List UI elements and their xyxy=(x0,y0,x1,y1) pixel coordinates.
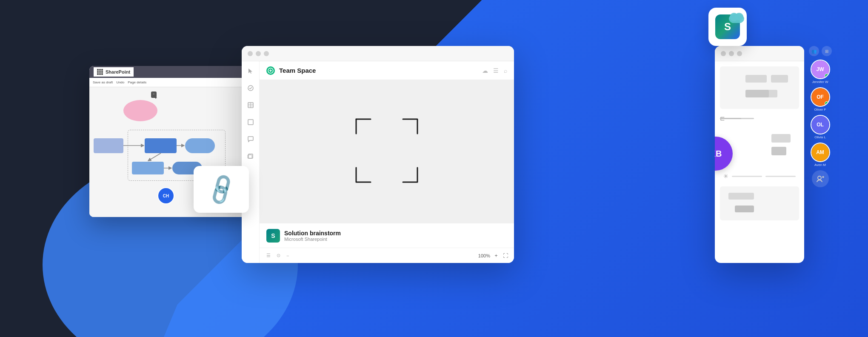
mw-header-icons: ☁ ☰ ⌕ xyxy=(482,67,507,74)
user-avatar-jennifer[interactable]: JW xyxy=(811,60,830,79)
mw-card-sp-icon: S xyxy=(266,229,280,243)
menu-icon[interactable]: ☰ xyxy=(493,67,499,74)
rp-diagram-top xyxy=(720,66,799,109)
main-window: Team Space ☁ ☰ ⌕ xyxy=(242,46,514,263)
check-icon[interactable] xyxy=(246,83,255,93)
user-name-olivia: Olivia L xyxy=(814,135,826,139)
layers-icon[interactable] xyxy=(246,151,255,161)
users-icon[interactable]: 👥 xyxy=(809,46,819,56)
mw-canvas-main xyxy=(260,80,514,223)
rp-connector-row: ⊏ xyxy=(720,113,799,123)
fc-blue-rect1 xyxy=(145,138,177,153)
user-name-jennifer: Jennifer W xyxy=(812,80,828,84)
rp-dot3 xyxy=(737,51,742,56)
user-avatar-oliver[interactable]: OF xyxy=(811,87,830,107)
chat-icon[interactable] xyxy=(246,134,255,144)
online-dot-oliver xyxy=(825,101,829,106)
rp-star-line1 xyxy=(732,176,762,177)
user-item-aven: AM Aven M xyxy=(811,143,830,167)
link-icon: 🔗 xyxy=(203,171,240,207)
sp-logo-area: SharePoint xyxy=(94,67,134,77)
rp-block4 xyxy=(745,90,769,97)
mw-sidebar xyxy=(242,61,260,263)
rp-dot1 xyxy=(721,51,726,56)
expand-arrow-tl xyxy=(353,116,374,139)
sp-toolbar-page[interactable]: Page details xyxy=(128,80,146,84)
mw-header-title: Team Space xyxy=(279,67,316,74)
plus-button[interactable]: + xyxy=(493,252,500,259)
expand-arrow-br xyxy=(400,164,421,187)
rp-kb-section: KB xyxy=(720,128,799,166)
table-icon[interactable] xyxy=(246,100,255,110)
sp-logo-text: SharePoint xyxy=(106,69,130,74)
fc-comment: " xyxy=(151,91,157,98)
sp-toolbar-save[interactable]: Save as draft xyxy=(93,80,113,84)
rp-block1 xyxy=(745,75,767,83)
online-dot-jennifer xyxy=(825,74,829,78)
user-avatar-olivia[interactable]: OL xyxy=(811,115,830,134)
user-item-jennifer: JW Jennifer W xyxy=(811,60,830,84)
sharepoint-floating-icon: S xyxy=(708,8,747,46)
svg-rect-9 xyxy=(248,120,253,125)
person-icon[interactable]: ⊙ xyxy=(275,252,282,259)
rp-titlebar xyxy=(715,46,804,61)
rp-dot2 xyxy=(729,51,734,56)
mw-card-info: Solution brainstorm Microsoft Sharepoint xyxy=(284,230,341,242)
apps-icon[interactable]: ⊞ xyxy=(822,46,832,56)
search-icon[interactable]: ⌕ xyxy=(504,67,507,74)
sp-toolbar: Save as draft Undo Page details xyxy=(89,78,264,87)
rp-diagram-bottom xyxy=(720,186,799,220)
rp-block6 xyxy=(771,147,786,155)
user-avatar-aven[interactable]: AM xyxy=(811,143,830,162)
minus-button[interactable]: − xyxy=(285,252,291,259)
user-list: 👥 ⊞ JW Jennifer W OF Oliver F OL Olivia … xyxy=(800,46,840,187)
mw-body: Team Space ☁ ☰ ⌕ xyxy=(242,61,514,263)
expand-arrow-bl xyxy=(353,164,374,187)
link-card: 🔗 xyxy=(194,166,249,213)
zoom-percent: 100% xyxy=(478,253,490,258)
star-icon: ✳ xyxy=(723,173,728,180)
cloud-icon[interactable]: ☁ xyxy=(482,67,488,74)
svg-point-19 xyxy=(735,13,743,20)
add-user-button[interactable] xyxy=(812,170,829,187)
rp-body: ⊏ KB ✳ xyxy=(715,61,804,226)
mw-card-subtitle: Microsoft Sharepoint xyxy=(284,237,341,242)
user-item-olivia: OL Olivia L xyxy=(811,115,830,139)
user-avatar-placeholder-aven: AM xyxy=(811,143,829,161)
user-avatar-placeholder-olivia: OL xyxy=(811,116,829,134)
mw-card-title: Solution brainstorm xyxy=(284,230,341,237)
kb-avatar: KB xyxy=(715,137,733,171)
right-panel: ⊏ KB ✳ xyxy=(715,46,804,263)
rp-block5 xyxy=(771,134,791,143)
sp-toolbar-undo[interactable]: Undo xyxy=(116,80,124,84)
user-item-oliver: OF Oliver F xyxy=(811,87,830,111)
sp-titlebar: SharePoint xyxy=(89,66,264,78)
expand-arrows-container xyxy=(353,116,421,187)
fc-pink-blob xyxy=(123,100,157,121)
fc-blue-rect2 xyxy=(132,162,164,174)
fc-avatar-ch: CH xyxy=(157,187,174,204)
list-icon[interactable]: ☰ xyxy=(265,252,272,259)
mw-header-logo xyxy=(266,66,275,75)
fc-pink-rect xyxy=(94,138,123,153)
fullscreen-icon[interactable]: ⛶ xyxy=(502,252,509,259)
fc-blue-pill xyxy=(185,138,215,153)
rp-star-line2 xyxy=(765,176,796,177)
mw-card-bottom: S Solution brainstorm Microsoft Sharepoi… xyxy=(260,223,514,248)
square-icon[interactable] xyxy=(246,117,255,127)
mw-canvas: S Solution brainstorm Microsoft Sharepoi… xyxy=(260,80,514,248)
rp-block7 xyxy=(728,193,754,200)
mw-dot-green xyxy=(264,51,269,56)
user-name-oliver: Oliver F xyxy=(814,108,826,111)
expand-arrow-tr xyxy=(400,116,421,139)
cursor-icon[interactable] xyxy=(246,66,255,76)
rp-star-section: ✳ xyxy=(720,170,799,182)
rp-block8 xyxy=(735,206,754,212)
mw-bottom-bar: ☰ ⊙ − 100% + ⛶ xyxy=(260,248,514,263)
mw-dot-yellow xyxy=(256,51,261,56)
mw-content: Team Space ☁ ☰ ⌕ xyxy=(260,61,514,263)
rp-block2 xyxy=(771,75,788,83)
svg-point-14 xyxy=(818,176,821,180)
rp-line2 xyxy=(720,118,741,119)
sp-icon-inner: S xyxy=(715,14,740,39)
